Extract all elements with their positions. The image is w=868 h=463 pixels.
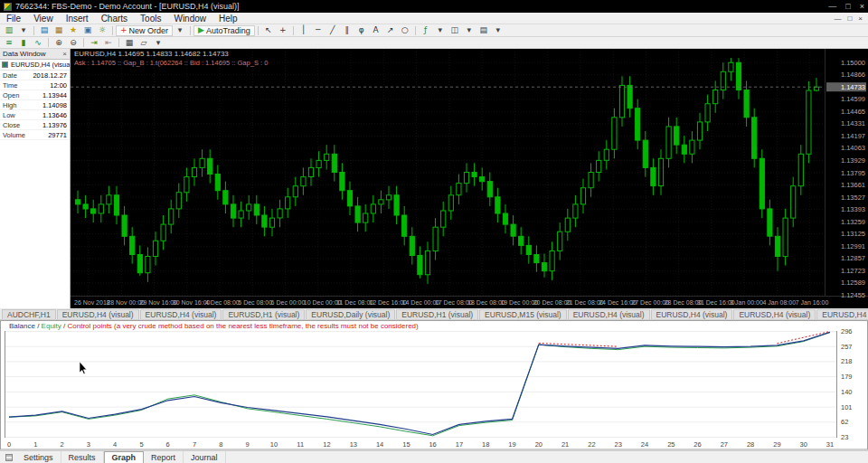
menu-view[interactable]: View — [27, 14, 60, 24]
time-axis[interactable]: 26 Nov 201828 Nov 00:0029 Nov 16:0030 No… — [74, 299, 828, 306]
chart-tab-4[interactable]: EURUSD,Daily (visual) — [306, 309, 395, 319]
chart-shift-button[interactable]: ⇤ — [101, 37, 116, 48]
tab-graph[interactable]: Graph — [104, 451, 145, 463]
app-icon — [4, 3, 12, 11]
toolbar-separator — [415, 26, 416, 35]
svg-text:1.14733: 1.14733 — [841, 83, 865, 91]
volume-label: Volume — [3, 131, 25, 139]
menu-window[interactable]: Window — [167, 14, 212, 24]
chart-tab-7[interactable]: EURUSD,H4 (visual) — [568, 309, 650, 319]
equidistant-channel-icon: ∥ — [344, 26, 349, 34]
new-order-button[interactable]: +New Order — [116, 25, 173, 36]
horizontal-line-button[interactable]: ─ — [311, 25, 326, 36]
zoom-in-button[interactable]: ⊕ — [52, 37, 66, 48]
chart-tab-6[interactable]: EURUSD,M15 (visual) — [479, 309, 567, 319]
menu-items: FileViewInsertChartsToolsWindowHelp — [0, 14, 244, 24]
svg-text:11 Dec 08:00: 11 Dec 08:00 — [336, 299, 373, 306]
mdi-maximize-button[interactable]: □ — [847, 14, 852, 23]
autotrading-button[interactable]: ▶AutoTrading — [193, 25, 255, 36]
market-watch-button[interactable]: ▤ — [37, 25, 52, 36]
terminal-button[interactable]: ▣ — [80, 25, 95, 36]
svg-text:11: 11 — [297, 440, 304, 449]
svg-text:296: 296 — [841, 327, 853, 335]
svg-text:1.14599: 1.14599 — [841, 95, 865, 103]
chart-tab-8[interactable]: EURUSD,H4 (visual) — [651, 309, 733, 319]
svg-text:1.13259: 1.13259 — [841, 218, 865, 226]
svg-text:2: 2 — [61, 440, 64, 449]
indicators-list-button[interactable]: ▾ — [433, 25, 448, 36]
menu-tools[interactable]: Tools — [134, 14, 167, 24]
svg-text:6 Dec 00:00: 6 Dec 00:00 — [271, 299, 306, 306]
auto-scroll-button[interactable]: ⇥ — [87, 37, 101, 48]
mdi-close-button[interactable]: × — [858, 14, 863, 23]
profiles-icon: ▾ — [22, 26, 26, 34]
tab-report[interactable]: Report — [144, 451, 184, 463]
shapes-button[interactable]: ○ — [398, 25, 412, 36]
tab-journal[interactable]: Journal — [184, 451, 226, 463]
new-chart-button[interactable]: ▥ — [2, 25, 16, 36]
chart-tab-2[interactable]: EURUSD,H4 (visual) — [140, 309, 222, 319]
arrows-button[interactable]: ↗ — [383, 25, 398, 36]
indicators-button[interactable]: ƒ — [419, 25, 433, 36]
mdi-minimize-button[interactable]: — — [834, 14, 841, 23]
tab-settings[interactable]: Settings — [16, 451, 61, 463]
periods-list-icon: ▾ — [467, 26, 471, 34]
periods-list-button[interactable]: ▾ — [462, 25, 476, 36]
chart-tab-1[interactable]: EURUSD,H4 (visual) — [57, 309, 139, 319]
open-value: 1.13944 — [42, 91, 67, 99]
chart-tab-10[interactable]: EURUSD,H4 (visual) — [816, 309, 868, 319]
equidistant-channel-button[interactable]: ∥ — [340, 25, 354, 36]
menu-file[interactable]: File — [0, 14, 27, 24]
crosshair-button[interactable]: + — [276, 25, 290, 36]
text-label-button[interactable]: A — [369, 25, 383, 36]
objects-list-button[interactable]: ▱ — [137, 37, 151, 48]
open-label: Open — [3, 91, 19, 99]
templates-button[interactable]: ▤ — [476, 25, 491, 36]
maximize-button[interactable]: □ — [845, 2, 850, 11]
line-chart-mode-button[interactable]: ∿ — [31, 37, 45, 48]
time-value: 12:00 — [50, 81, 67, 90]
svg-text:13: 13 — [350, 440, 357, 449]
minimize-button[interactable]: — — [828, 2, 836, 11]
chart-tab-0[interactable]: AUDCHF,H1 — [2, 309, 56, 319]
navigator-button[interactable]: ★ — [66, 25, 80, 36]
tester-tab-strip: SettingsResultsGraphReportJournal — [0, 450, 868, 463]
zoom-out-button[interactable]: ⊖ — [66, 37, 80, 48]
bar-chart-mode-button[interactable]: ≡ — [2, 37, 16, 48]
chart-area[interactable]: 1.150001.148661.147331.145991.144651.143… — [71, 49, 868, 308]
candlestick-chart-svg: 1.150001.148661.147331.145991.144651.143… — [71, 49, 868, 308]
trendline-icon: ╱ — [330, 26, 335, 34]
data-window-button[interactable]: ▦ — [52, 25, 66, 36]
templates-list-button[interactable]: ▾ — [491, 25, 505, 36]
menu-charts[interactable]: Charts — [95, 14, 134, 24]
close-button[interactable]: × — [860, 2, 864, 11]
chart-tab-9[interactable]: EURUSD,H4 (visual) — [733, 309, 816, 319]
close-icon[interactable]: × — [62, 50, 67, 58]
svg-text:1.14331: 1.14331 — [841, 119, 865, 128]
vertical-line-button[interactable]: │ — [297, 25, 311, 36]
chart-tab-3[interactable]: EURUSD,H1 (visual) — [222, 309, 305, 319]
profiles-button[interactable]: ▾ — [16, 25, 31, 36]
data-window-rows: Date2018.12.27Time12:00Open1.13944High1.… — [0, 71, 70, 140]
new-order-list-button[interactable]: ▾ — [173, 25, 187, 36]
data-row-time: Time12:00 — [0, 80, 70, 90]
svg-text:24: 24 — [641, 440, 648, 449]
svg-text:26 Nov 2018: 26 Nov 2018 — [74, 299, 110, 306]
chart-tab-5[interactable]: EURUSD,H1 (visual) — [396, 309, 478, 319]
grid-toggle-button[interactable]: ▦ — [122, 37, 137, 48]
fibonacci-button[interactable]: φ — [354, 25, 369, 36]
svg-text:0: 0 — [7, 440, 11, 449]
candlestick-mode-button[interactable]: ▮ — [16, 37, 31, 48]
menu-insert[interactable]: Insert — [60, 14, 95, 24]
tab-results[interactable]: Results — [61, 451, 104, 463]
menu-help[interactable]: Help — [212, 14, 244, 24]
periods-button[interactable]: ◫ — [448, 25, 462, 36]
svg-text:31: 31 — [826, 440, 834, 449]
objects-dropdown-button[interactable]: ▾ — [151, 37, 165, 48]
indicators-icon: ƒ — [424, 26, 427, 34]
strategy-tester-button[interactable]: ☼ — [95, 25, 109, 36]
cursor-button[interactable]: ↖ — [261, 25, 276, 36]
new-order-label: New Order — [129, 26, 169, 35]
toolbar-separator — [112, 26, 113, 35]
trendline-button[interactable]: ╱ — [326, 25, 340, 36]
